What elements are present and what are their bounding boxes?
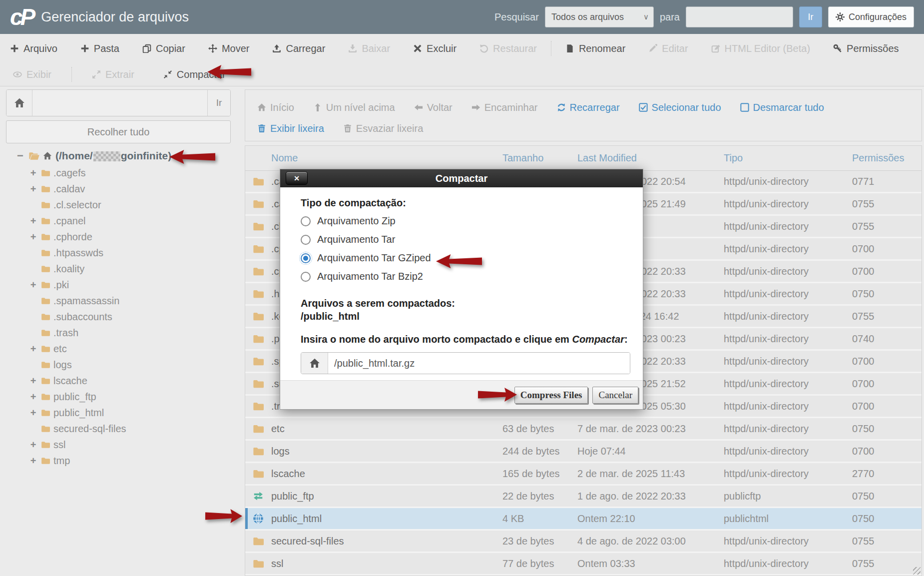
tree-item-cphorde[interactable]: +.cphorde: [6, 229, 236, 245]
nav-recarregar[interactable]: Recarregar: [557, 102, 620, 113]
option-tar[interactable]: Arquivamento Tar: [301, 230, 629, 249]
folder-icon: [253, 446, 264, 457]
toolbar-item-mover[interactable]: Mover: [208, 43, 250, 54]
expand-toggle[interactable]: +: [29, 439, 37, 451]
col-nome[interactable]: Nome: [271, 152, 502, 164]
nav-voltar[interactable]: Voltar: [414, 102, 453, 113]
tree-item-cl-selector[interactable]: +.cl.selector: [6, 197, 236, 213]
expand-toggle[interactable]: +: [29, 391, 37, 403]
tree-item-trash[interactable]: +.trash: [6, 325, 236, 341]
table-row[interactable]: etc63 de bytes7 de mar. de 2023 00:23htt…: [245, 418, 922, 441]
search-go-button[interactable]: Ir: [799, 6, 822, 27]
folder-icon: [253, 198, 264, 209]
table-row[interactable]: logs244 de bytesHoje 07:44httpd/unix-dir…: [245, 441, 922, 463]
table-row-selected[interactable]: public_html4 KBOntem 22:10publichtml0750: [245, 508, 922, 531]
filename-input[interactable]: [328, 353, 630, 374]
tree-item-koality[interactable]: +.koality: [6, 261, 236, 277]
radio-checked-icon[interactable]: [301, 253, 311, 263]
nav-label: Desmarcar tudo: [753, 102, 824, 113]
root-path-label: (/home/goinfinite): [55, 150, 171, 162]
resize-grip[interactable]: [913, 567, 921, 575]
toolbar-item-renomear[interactable]: Renomear: [565, 43, 625, 54]
compress-files-button[interactable]: Compress Files: [514, 387, 588, 404]
radio-icon[interactable]: [301, 235, 311, 245]
tree-item-tmp[interactable]: +tmp: [6, 453, 236, 469]
nav-selecionar-tudo[interactable]: Selecionar tudo: [639, 102, 721, 113]
move-icon: [208, 44, 217, 53]
collapse-all-button[interactable]: Recolher tudo: [6, 120, 231, 143]
option-zip[interactable]: Arquivamento Zip: [301, 212, 629, 230]
folder-icon: [253, 288, 264, 299]
folder-icon: [253, 378, 264, 389]
radio-icon[interactable]: [301, 216, 311, 226]
option-label: Arquivamento Zip: [317, 215, 396, 227]
expand-toggle[interactable]: +: [29, 167, 37, 179]
table-row[interactable]: ssl77 de bytesOntem 03:33httpd/unix-dire…: [245, 553, 922, 576]
tree-item-secured-sql-files[interactable]: +secured-sql-files: [6, 421, 236, 437]
toolbar-item-copiar[interactable]: Copiar: [142, 43, 185, 54]
toolbar-item-pasta[interactable]: Pasta: [80, 43, 119, 54]
home-button[interactable]: [301, 353, 328, 374]
toolbar-label: Carregar: [286, 43, 325, 54]
nav-inicio[interactable]: Início: [257, 102, 294, 113]
close-button[interactable]: ✕: [286, 171, 308, 185]
nav-um-nivel-acima[interactable]: Um nível acima: [313, 102, 395, 113]
tree-item-cagefs[interactable]: +.cagefs: [6, 165, 236, 181]
expand-toggle[interactable]: +: [29, 215, 37, 227]
compress-dialog: ✕ Compactar Tipo de compactação: Arquiva…: [280, 169, 643, 410]
nav-exibir-lixeira[interactable]: Exibir lixeira: [257, 123, 324, 134]
radio-icon[interactable]: [301, 272, 311, 282]
option-tar-bzip2[interactable]: Arquivamento Tar Bzip2: [301, 267, 629, 286]
folder-icon: [41, 200, 50, 209]
tree-item-htpasswds[interactable]: +.htpasswds: [6, 245, 236, 261]
nav-desmarcar-tudo[interactable]: Desmarcar tudo: [740, 102, 824, 113]
toolbar-item-exibir: Exibir: [13, 69, 51, 80]
toolbar-item-carregar[interactable]: Carregar: [272, 43, 325, 54]
tree-item-etc[interactable]: +etc: [6, 341, 236, 357]
dialog-footer: Compress Files Cancelar: [280, 380, 643, 409]
expand-toggle[interactable]: +: [29, 407, 37, 419]
home-button[interactable]: [6, 90, 32, 116]
path-input[interactable]: [32, 90, 207, 116]
toolbar-item-arquivo[interactable]: Arquivo: [10, 43, 57, 54]
expand-toggle[interactable]: +: [29, 231, 37, 243]
search-input[interactable]: [686, 6, 793, 27]
expand-toggle[interactable]: +: [29, 375, 37, 387]
tree-item-public-ftp[interactable]: +public_ftp: [6, 389, 236, 405]
folder-icon: [41, 456, 50, 465]
path-go-button[interactable]: Ir: [207, 90, 230, 116]
tree-item-spamassassin[interactable]: +.spamassassin: [6, 293, 236, 309]
tree-item-ssl[interactable]: +ssl: [6, 437, 236, 453]
tree-item-public-html[interactable]: +public_html: [6, 405, 236, 421]
expand-toggle[interactable]: +: [29, 343, 37, 355]
tree-item-cpanel[interactable]: +.cpanel: [6, 213, 236, 229]
main-toolbar: Arquivo Pasta Copiar Mover Carregar Baix…: [0, 34, 924, 63]
toolbar-item-excluir[interactable]: Excluir: [413, 43, 457, 54]
col-tamanho[interactable]: Tamanho: [502, 152, 577, 164]
tree-item-lscache[interactable]: +lscache: [6, 373, 236, 389]
toolbar-label: Exibir: [26, 69, 51, 80]
tree-item-caldav[interactable]: +.caldav: [6, 181, 236, 197]
expand-toggle[interactable]: +: [29, 455, 37, 467]
cancel-button[interactable]: Cancelar: [592, 387, 638, 404]
folder-icon: [41, 168, 50, 177]
table-row[interactable]: lscache165 de bytes2 de mar. de 2025 11:…: [245, 463, 922, 486]
nav-encaminhar[interactable]: Encaminhar: [471, 102, 538, 113]
table-row[interactable]: secured-sql-files23 de bytes4 de ago. de…: [245, 531, 922, 553]
folder-open-icon: [28, 150, 39, 161]
col-permissoes[interactable]: Permissões: [852, 152, 905, 164]
tree-item-logs[interactable]: +logs: [6, 357, 236, 373]
tree-item-pki[interactable]: +.pki: [6, 277, 236, 293]
col-last-modified[interactable]: Last Modified: [577, 152, 724, 164]
toolbar-item-permissoes[interactable]: Permissões: [833, 43, 899, 54]
col-tipo[interactable]: Tipo: [724, 152, 852, 164]
collapse-toggle[interactable]: −: [17, 149, 25, 162]
tree-item-subaccounts[interactable]: +.subaccounts: [6, 309, 236, 325]
expand-toggle[interactable]: +: [29, 279, 37, 291]
table-row[interactable]: public_ftp22 de bytes1 de ago. de 2022 2…: [245, 486, 922, 508]
settings-button[interactable]: Configurações: [828, 6, 914, 27]
nav-esvaziar-lixeira[interactable]: Esvaziar lixeira: [343, 123, 423, 134]
dialog-title-bar: ✕ Compactar: [280, 169, 643, 187]
expand-toggle[interactable]: +: [29, 183, 37, 195]
search-scope-select[interactable]: Todos os arquivos ∨: [545, 6, 654, 27]
